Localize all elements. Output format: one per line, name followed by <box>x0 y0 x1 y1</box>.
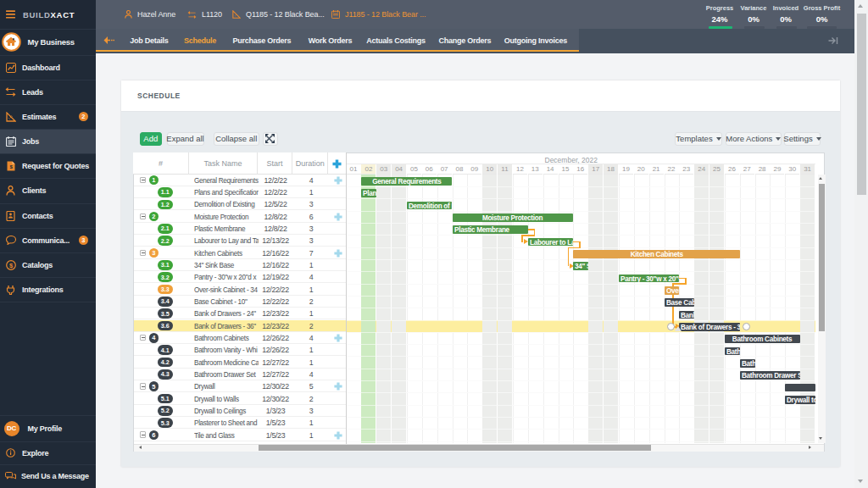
svg-text:$: $ <box>9 261 14 269</box>
